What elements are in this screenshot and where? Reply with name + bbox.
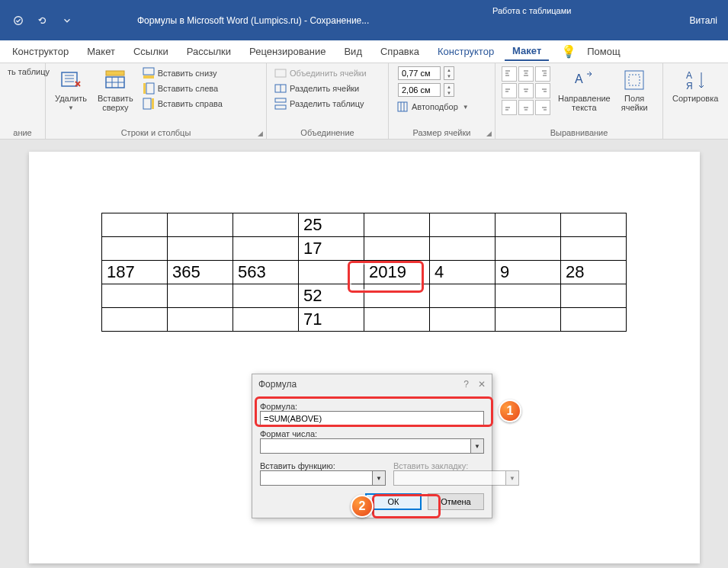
contextual-tab-label: Работа с таблицами [473,6,591,15]
svg-rect-8 [143,98,151,109]
split-cells-button[interactable]: Разделить ячейки [273,82,368,95]
autosave-icon[interactable] [9,11,27,30]
redo-dropdown-icon[interactable] [58,11,76,30]
split-table-button[interactable]: Разделить таблицу [273,97,368,111]
badge-1: 1 [499,400,521,422]
tab-recenz[interactable]: Рецензирование [242,43,333,60]
autofit-button[interactable]: Автоподбор▼ [395,100,470,114]
tab-maket-table[interactable]: Макет [505,42,549,61]
help-icon[interactable]: ? [463,379,469,390]
sort-button[interactable]: АЯ Сортировка [669,66,721,104]
chevron-down-icon[interactable]: ▼ [372,470,386,486]
dialog-launcher-icon[interactable]: ◢ [258,130,263,137]
tab-ssylki[interactable]: Ссылки [126,43,176,60]
align-mid-right[interactable] [535,83,550,98]
align-top-right[interactable] [535,66,550,82]
contextual-tab-header: Работа с таблицами [473,0,591,40]
number-format-combo[interactable]: ▼ [260,438,484,454]
undo-icon[interactable] [34,11,52,30]
svg-rect-13 [275,105,286,109]
group-drawing: ть таблицу ание [0,63,46,139]
group-cell-size: ▲▼ ▲▼ Автоподбор▼ Размер ячейки◢ [389,63,495,139]
table-row[interactable]: 25 [102,213,627,237]
group-drawing-label: ание [6,128,39,139]
sort-icon: АЯ [683,68,707,92]
align-mid-center[interactable] [518,83,534,98]
svg-rect-3 [106,71,124,75]
quick-access-toolbar [0,11,76,30]
ribbon-tabs: Конструктор Макет Ссылки Рассылки Реценз… [0,40,728,63]
tab-vid[interactable]: Вид [336,43,370,60]
insert-above-button[interactable]: Вставить сверху [95,66,136,114]
tab-rassylki[interactable]: Рассылки [179,43,239,60]
cell-margins-icon [622,68,646,92]
insert-right-icon [143,98,155,110]
autofit-icon [396,101,409,113]
tell-me[interactable]: Помощ [579,43,627,60]
svg-rect-1 [62,72,77,86]
svg-rect-5 [143,75,154,79]
draw-table-button[interactable]: ть таблицу [6,66,51,77]
insert-above-icon [103,68,127,92]
insert-below-button[interactable]: Вставить снизу [141,66,224,80]
table-row[interactable]: 17 [102,237,627,261]
delete-icon [59,68,83,92]
insert-left-icon [143,82,155,95]
row-height-input[interactable] [398,66,441,80]
col-width-control[interactable]: ▲▼ [395,83,470,97]
insert-function-label: Вставить функцию: [260,461,386,470]
insert-right-button[interactable]: Вставить справа [141,97,224,111]
group-data: АЯ Сортировка [663,63,724,139]
svg-text:Я: Я [686,81,693,91]
delete-button[interactable]: Удалить ▼ [52,66,90,113]
insert-bookmark-combo: ▼ [393,470,519,486]
dialog-launcher-icon[interactable]: ◢ [486,130,492,137]
lightbulb-icon[interactable]: 💡 [561,44,576,59]
row-height-control[interactable]: ▲▼ [395,66,470,80]
svg-rect-4 [143,68,154,75]
ok-button[interactable]: ОК [365,493,422,510]
tab-spravka[interactable]: Справка [373,43,427,60]
formula-dialog: Формула ? ✕ Формула: Формат числа: ▼ Вст… [252,374,492,518]
align-top-center[interactable] [518,66,534,82]
insert-left-button[interactable]: Вставить слева [141,82,224,95]
align-mid-left[interactable] [502,83,517,98]
tab-konstruktor-table[interactable]: Конструктор [430,43,502,60]
word-table[interactable]: 25 17 18736556320194928 52 71 [101,213,627,332]
align-bot-left[interactable] [502,100,517,115]
dialog-title: Формула [258,379,297,390]
dialog-body: Формула: Формат числа: ▼ Вставить функци… [252,394,492,518]
title-bar: Формулы в Microsoft Word (Lumpics.ru) - … [0,0,728,40]
cell-margins-button[interactable]: Поля ячейки [618,66,651,114]
chevron-down-icon: ▼ [68,104,74,111]
width-spinner[interactable]: ▲▼ [444,83,454,97]
insert-function-combo[interactable]: ▼ [260,470,386,486]
insert-bookmark-label: Вставить закладку: [393,461,519,470]
tab-konstruktor[interactable]: Конструктор [5,43,76,60]
align-top-left[interactable] [502,66,517,82]
badge-2: 2 [351,495,374,518]
cancel-button[interactable]: Отмена [428,493,484,510]
svg-rect-9 [152,98,154,109]
text-direction-icon: A [572,68,596,92]
svg-rect-6 [146,83,154,94]
height-spinner[interactable]: ▲▼ [444,66,454,80]
close-icon[interactable]: ✕ [478,379,486,390]
svg-rect-18 [625,71,643,89]
dialog-titlebar[interactable]: Формула ? ✕ [252,374,492,394]
document-title: Формулы в Microsoft Word (Lumpics.ru) - … [137,15,369,26]
table-row[interactable]: 18736556320194928 [102,261,627,284]
tab-maket[interactable]: Макет [79,43,123,60]
group-alignment: A Направление текста Поля ячейки Выравни… [495,63,663,139]
table-row[interactable]: 52 [102,284,627,308]
alignment-grid [502,66,550,115]
col-width-input[interactable] [398,83,441,97]
align-bot-center[interactable] [518,100,534,115]
text-direction-button[interactable]: A Направление текста [555,66,614,114]
chevron-down-icon[interactable]: ▼ [470,438,484,454]
formula-input[interactable] [260,411,484,426]
svg-rect-12 [275,98,286,102]
merge-cells-icon [274,67,287,79]
align-bot-right[interactable] [535,100,550,115]
table-row[interactable]: 71 [102,308,627,332]
